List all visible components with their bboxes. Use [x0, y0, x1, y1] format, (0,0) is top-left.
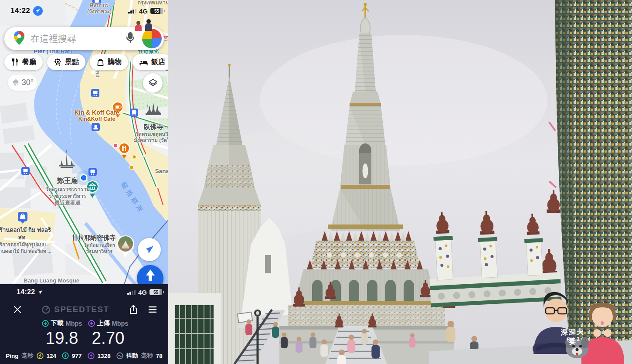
chip-label: 景點: [65, 58, 79, 67]
jitter-value: 78: [156, 353, 163, 359]
wat-arun-photo: 深深夫妻 543: [168, 0, 632, 364]
status-time: 14:22: [17, 288, 35, 296]
my-location-button[interactable]: [138, 238, 161, 261]
voice-search-icon[interactable]: [126, 32, 135, 46]
rain-cloud-icon: [12, 78, 20, 87]
chip-label: 餐廳: [22, 58, 36, 67]
jitter-icon: [116, 352, 123, 359]
chip-restaurants[interactable]: 餐廳: [4, 54, 43, 70]
category-chips: 餐廳 景點 購物 飯店 咖啡: [4, 54, 168, 70]
current-location-dot: [76, 170, 91, 185]
upload-unit: Mbps: [112, 320, 129, 327]
account-avatar[interactable]: [142, 29, 162, 48]
upload-latency-value: 1328: [98, 353, 111, 359]
navigation-arrow-icon: [144, 244, 155, 255]
close-icon[interactable]: [13, 305, 22, 314]
battery-icon: 55: [150, 8, 163, 14]
temperature: 30°: [22, 78, 34, 87]
layers-icon: [148, 78, 158, 88]
ping-label: Ping: [6, 353, 18, 359]
speedtest-status-bar: 14:22 4G 55: [0, 284, 168, 297]
signal-bars-icon: [127, 290, 136, 295]
download-icon: [42, 320, 49, 327]
ping-value: 124: [47, 353, 57, 359]
download-latency-value: 977: [72, 353, 82, 359]
share-icon[interactable]: [129, 305, 138, 314]
download-label: 下載: [51, 319, 64, 327]
network-type: 4G: [139, 7, 148, 15]
speedtest-header: SPEEDTEST: [0, 301, 168, 318]
chip-label: 飯店: [151, 58, 165, 67]
restaurant-icon: [11, 58, 19, 66]
download-small-icon: [62, 352, 69, 359]
hotel-icon: [139, 58, 148, 66]
download-value: 19.8: [35, 328, 88, 348]
poi-dot-pink: [113, 143, 118, 148]
upload-value: 2.70: [82, 328, 135, 348]
weather-widget[interactable]: 30°: [8, 75, 37, 91]
shopping-icon: [96, 58, 105, 66]
chip-shopping[interactable]: 購物: [90, 54, 128, 70]
attraction-icon: [54, 58, 62, 66]
search-bar[interactable]: 在這裡搜尋: [4, 27, 164, 50]
upload-label: 上傳: [97, 319, 110, 327]
network-type: 4G: [138, 289, 147, 296]
ping-unit: 毫秒: [22, 352, 34, 360]
brand-name: SPEEDTEST: [54, 305, 109, 314]
signal-bars-icon: [128, 9, 136, 14]
watermark-number: 543: [564, 336, 584, 343]
upload-small-icon: [88, 352, 95, 359]
speedtest-logo: SPEEDTEST: [41, 305, 109, 314]
google-maps-panel: ศิลปากร (วังท่าพระ) กรุงเทพมหาน Pier (Th…: [0, 0, 168, 364]
metric-values: 19.8 2.70: [0, 328, 168, 348]
upload-icon: [88, 320, 95, 327]
speedtest-panel: 14:22 4G 55 SPEEDTEST: [0, 284, 168, 364]
screen: ศิลปากร (วังท่าพระ) กรุงเทพมหาน Pier (Th…: [0, 0, 632, 364]
upload-label-group: 上傳 Mbps: [80, 319, 136, 327]
location-arrow-icon: [37, 289, 43, 295]
chip-attractions[interactable]: 景點: [47, 54, 85, 70]
fab-arrow-icon: [145, 269, 156, 282]
jitter-unit: 毫秒: [141, 352, 153, 360]
chip-hotels[interactable]: 飯店: [133, 54, 168, 70]
google-maps-pin-icon: [14, 31, 24, 47]
speedtest-footer-stats: Ping 毫秒 124 977 1328 抖動 毫秒 78: [0, 352, 168, 360]
chip-label: 購物: [108, 58, 122, 67]
photo-scene: [168, 0, 632, 364]
location-active-icon: [33, 6, 43, 16]
metric-labels: 下載 Mbps 上傳 Mbps: [0, 319, 168, 328]
status-bar: 14:22 4G 55: [0, 4, 168, 17]
jitter-label: 抖動: [126, 352, 138, 360]
menu-icon[interactable]: [148, 306, 157, 313]
status-time: 14:22: [10, 7, 30, 15]
battery-icon: 55: [150, 289, 162, 295]
search-input[interactable]: 在這裡搜尋: [31, 33, 126, 45]
gauge-icon: [41, 305, 51, 314]
map-layers-button[interactable]: [143, 73, 163, 93]
ping-icon: [37, 352, 44, 359]
